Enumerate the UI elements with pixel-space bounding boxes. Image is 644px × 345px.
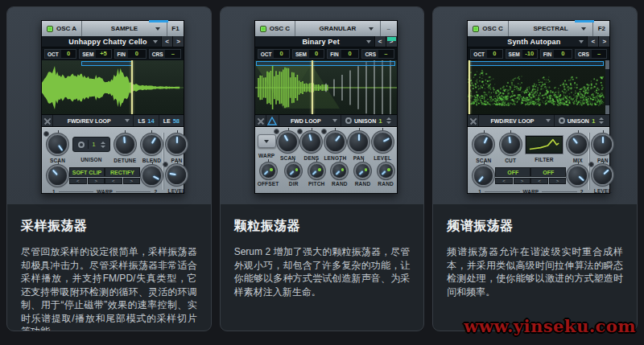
osc-mode-dropdown[interactable]: SPECTRAL bbox=[509, 21, 593, 36]
osc-enable[interactable]: OSC C bbox=[468, 21, 508, 36]
rand-knob[interactable] bbox=[356, 164, 369, 178]
preset-next-button[interactable]: > bbox=[172, 36, 184, 47]
loop-region-bar[interactable] bbox=[469, 61, 604, 66]
loop-region-bar[interactable] bbox=[256, 61, 394, 66]
unison-stepper[interactable] bbox=[597, 117, 605, 124]
warp-mode-2[interactable]: RECTIFY bbox=[105, 167, 140, 177]
blend-knob[interactable] bbox=[142, 135, 161, 154]
oct-control[interactable]: OCT0 bbox=[44, 49, 76, 59]
loop-mode-dropdown[interactable]: FWD LOOP bbox=[279, 118, 332, 124]
dir-knob[interactable] bbox=[287, 164, 300, 178]
fx-slot-button[interactable]: – bbox=[380, 21, 397, 36]
level-knob[interactable] bbox=[167, 166, 186, 184]
preset-name[interactable]: Binary Pet bbox=[279, 38, 363, 46]
loop-start-control[interactable]: LS14 bbox=[133, 115, 158, 126]
osc-mode-dropdown[interactable]: SAMPLE bbox=[82, 21, 167, 36]
scrollbar-thumb[interactable] bbox=[605, 105, 609, 114]
osc-enable[interactable]: OSC A bbox=[42, 21, 82, 36]
warp-menu-button[interactable] bbox=[258, 134, 276, 148]
rand-knob[interactable] bbox=[379, 164, 393, 178]
spectral-display[interactable] bbox=[468, 60, 609, 115]
warp2-next-button[interactable]: > bbox=[123, 178, 141, 184]
scan-knob[interactable] bbox=[48, 135, 67, 154]
oct-value: 0 bbox=[274, 50, 289, 58]
warp1-knob[interactable] bbox=[48, 166, 67, 185]
warp1-prev-button[interactable]: < bbox=[69, 178, 87, 184]
offset-knob[interactable] bbox=[262, 164, 275, 178]
oct-control[interactable]: OCT0 bbox=[258, 49, 290, 59]
x-icon[interactable] bbox=[255, 115, 266, 126]
unison-stepper[interactable] bbox=[99, 142, 107, 148]
preset-name[interactable]: Unhappy Chatty Cello bbox=[66, 38, 150, 46]
fx-slot-button[interactable]: F2 bbox=[592, 21, 609, 36]
warp1-next-button[interactable]: > bbox=[88, 178, 105, 184]
loop-region-bar[interactable] bbox=[81, 61, 132, 66]
mix-knob[interactable] bbox=[568, 135, 587, 154]
oct-control[interactable]: OCT0 bbox=[470, 49, 502, 59]
detune-knob[interactable] bbox=[116, 135, 134, 154]
loop-mode-dropdown[interactable]: FWD/REV LOOP bbox=[53, 118, 125, 124]
warp1-next-button[interactable]: > bbox=[514, 178, 531, 184]
pitch-knob[interactable] bbox=[310, 164, 324, 178]
fin-control[interactable]: FIN0 bbox=[327, 49, 359, 59]
warp2-next-button[interactable]: > bbox=[549, 178, 567, 184]
crs-control[interactable]: CRS– bbox=[361, 49, 394, 59]
display-scrollbar[interactable] bbox=[605, 60, 609, 114]
warp2-prev-button[interactable]: < bbox=[105, 178, 122, 184]
ls-value: 14 bbox=[147, 117, 154, 125]
fin-control[interactable]: FIN0 bbox=[540, 49, 572, 59]
x-icon[interactable] bbox=[42, 115, 53, 126]
sem-control[interactable]: SEM0 bbox=[292, 49, 324, 59]
osc-mode-dropdown[interactable]: GRANULAR bbox=[295, 21, 380, 36]
loop-end-control[interactable]: LE58 bbox=[159, 115, 184, 126]
pan-knob[interactable] bbox=[593, 135, 612, 154]
unison-control[interactable]: UNISON 1 bbox=[341, 115, 397, 126]
preset-prev-button[interactable]: < bbox=[374, 36, 386, 47]
pan-knob[interactable] bbox=[167, 135, 186, 154]
preset-prev-button[interactable]: < bbox=[587, 36, 598, 47]
granular-waveform-display[interactable] bbox=[255, 60, 397, 115]
length-knob[interactable] bbox=[326, 133, 345, 151]
fx-slot-button[interactable]: F1 bbox=[167, 21, 184, 36]
loop-mode-dropdown[interactable]: FWD/REV LOOP bbox=[479, 118, 545, 124]
warp2-knob[interactable] bbox=[568, 166, 587, 185]
warp1-knob[interactable] bbox=[474, 166, 493, 185]
chevron-down-icon[interactable] bbox=[366, 40, 371, 43]
rand-knob[interactable] bbox=[332, 164, 346, 178]
osc-enable[interactable]: OSC C bbox=[255, 21, 295, 36]
level-knob[interactable] bbox=[374, 133, 392, 151]
grain-envelope-icon[interactable] bbox=[266, 115, 279, 126]
unison-stepper[interactable] bbox=[385, 117, 393, 124]
sem-control[interactable]: SEM+5 bbox=[79, 49, 111, 59]
chevron-down-icon[interactable] bbox=[579, 40, 584, 43]
crs-control[interactable]: CRS– bbox=[575, 49, 607, 59]
scan-knob[interactable] bbox=[474, 135, 493, 154]
warp2-knob[interactable] bbox=[142, 166, 161, 185]
cut-knob[interactable] bbox=[502, 135, 520, 154]
preset-prev-button[interactable]: < bbox=[161, 36, 172, 47]
fin-control[interactable]: FIN0 bbox=[114, 49, 147, 59]
warp2-prev-button[interactable]: < bbox=[530, 178, 548, 184]
unison-stack-icon bbox=[559, 117, 565, 124]
warp-mode-1[interactable]: OFF bbox=[495, 167, 530, 177]
scrollbar-thumb[interactable] bbox=[605, 60, 609, 69]
warp1-prev-button[interactable]: < bbox=[495, 178, 513, 184]
pan-knob[interactable] bbox=[349, 133, 368, 151]
scan-knob[interactable] bbox=[279, 133, 297, 151]
filter-curve-display[interactable] bbox=[526, 136, 563, 154]
preset-name[interactable]: Synth Autopan bbox=[492, 38, 576, 46]
chevron-down-icon[interactable] bbox=[153, 40, 158, 43]
sample-waveform-display[interactable] bbox=[42, 60, 184, 115]
level-knob[interactable] bbox=[593, 166, 612, 184]
x-icon[interactable] bbox=[468, 115, 479, 126]
unison-control[interactable]: 1 bbox=[72, 137, 109, 152]
sem-control[interactable]: SEM-10 bbox=[506, 49, 538, 59]
rand-label: RAND bbox=[355, 181, 371, 187]
preset-next-button[interactable]: > bbox=[598, 36, 609, 47]
dens-knob[interactable] bbox=[302, 133, 320, 151]
unison-control[interactable]: UNISON 1 bbox=[554, 115, 610, 126]
mod-dot-icon bbox=[341, 168, 345, 171]
warp-mode-1[interactable]: SOFT CLIP bbox=[69, 167, 105, 177]
crs-control[interactable]: CRS– bbox=[149, 49, 181, 59]
warp-mode-2[interactable]: OFF bbox=[530, 167, 566, 177]
